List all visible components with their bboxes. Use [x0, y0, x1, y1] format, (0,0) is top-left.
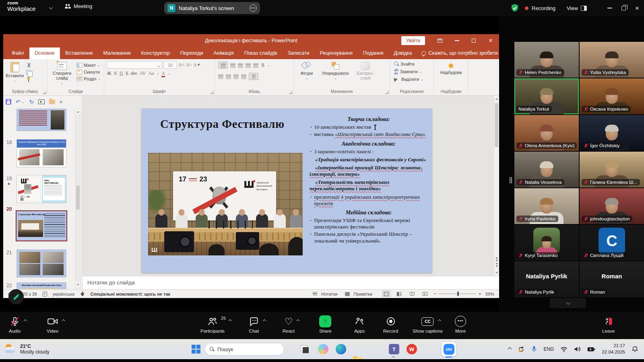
captions-button[interactable]: CC Show captions	[413, 315, 443, 337]
ppt-minimize-button[interactable]	[448, 34, 465, 47]
zoom-level[interactable]: 59%	[485, 292, 494, 296]
italic-button[interactable]: К	[114, 70, 117, 76]
zoom-app-icon-active[interactable]: zm	[441, 341, 456, 357]
participant-tile-nataliya-pyrlik[interactable]: Nataliya PyrlikNataliya Pyrlik	[514, 261, 579, 297]
ppt-tab-анімація[interactable]: Анімація	[208, 47, 239, 59]
strikethrough-button[interactable]: abc	[130, 70, 137, 76]
customize-qat-icon[interactable]: ≡	[60, 99, 62, 104]
shapes-button[interactable]: Фігури⌄	[298, 61, 316, 88]
find-button[interactable]: Знайти	[394, 62, 433, 66]
previous-slide-button[interactable]	[494, 256, 499, 262]
save-icon[interactable]	[6, 99, 11, 105]
wifi-icon[interactable]	[560, 346, 568, 352]
language-indicator[interactable]: українська	[53, 292, 74, 296]
video-button[interactable]: Video	[47, 315, 58, 337]
weather-widget[interactable]: 21°CMostly cloudy	[5, 343, 50, 355]
slide-21-thumbnail[interactable]	[17, 249, 66, 278]
participant-tile-helen-pedchenko[interactable]: Helen Pedchenko	[514, 42, 579, 78]
columns-button[interactable]	[249, 73, 258, 80]
language-switcher[interactable]: ENG	[543, 346, 554, 352]
underline-button[interactable]: П	[120, 70, 123, 76]
change-case-button[interactable]: Aa	[149, 70, 154, 76]
shrink-font-button[interactable]: A˅	[186, 62, 192, 68]
participant-tile-roman[interactable]: RomanRoman	[580, 261, 644, 297]
chat-button[interactable]: Chat	[249, 315, 259, 337]
minimize-button[interactable]	[603, 0, 617, 16]
slide-18-thumbnail[interactable]: Ukrainian Shakespeare Festival (Ivano-Fr…	[17, 139, 66, 167]
participant-tile-yuliia-vyshnytska[interactable]: Yuliia Vyshnytska	[580, 42, 644, 78]
notes-toggle[interactable]: Нотатки	[321, 292, 338, 296]
start-slideshow-icon[interactable]	[38, 99, 45, 104]
ppt-tab-малювання[interactable]: Малювання	[98, 47, 136, 59]
slide-17-thumbnail[interactable]	[17, 109, 66, 131]
text-direction-icon[interactable]: ⇅	[261, 62, 265, 68]
arrange-button[interactable]: Упорядкувати⌄	[320, 61, 351, 88]
ppt-tab-основне[interactable]: Основне	[29, 47, 60, 59]
slide-20-thumbnail-selected[interactable]: Структура Фестивалю	[16, 210, 67, 241]
ppt-titlebar[interactable]: Деколонізація і фестиваль - PowerPoint У…	[3, 34, 499, 47]
participant-tile-галина-євгенівна-ш[interactable]: Галина Євгенівна Ш...	[580, 152, 644, 187]
volume-icon[interactable]	[574, 346, 581, 352]
zoom-slider[interactable]: −+	[433, 291, 481, 296]
numbering-icon[interactable]	[230, 63, 235, 68]
reset-button[interactable]: Скинути	[76, 70, 101, 74]
edge-icon[interactable]	[336, 344, 346, 354]
participant-tile-johndouglasclayton[interactable]: johndouglasclayton	[580, 188, 644, 224]
thumbnails-scrollbar[interactable]	[75, 109, 80, 288]
ppt-tab-файл[interactable]: Файл	[6, 47, 29, 59]
security-shield-icon[interactable]	[510, 4, 519, 12]
section-button[interactable]: Розділ⌄	[76, 76, 101, 81]
taskbar-search[interactable]: Пошук	[204, 343, 284, 356]
teams-icon[interactable]: T	[389, 344, 399, 354]
slide-22-thumbnail[interactable]: Виставка ілюстрацій Владислава Єрка	[17, 282, 66, 289]
undo-icon[interactable]: ↶	[16, 99, 21, 105]
participant-tile-iryna-pavlenko[interactable]: Iryna Pavlenko	[514, 188, 579, 224]
ppt-tab-записати[interactable]: Записати	[283, 47, 315, 59]
cut-icon[interactable]	[26, 63, 31, 68]
replace-button[interactable]: abacЗамінити⌄	[394, 68, 433, 75]
font-name-combo[interactable]	[107, 61, 162, 69]
ppt-restore-button[interactable]	[465, 34, 482, 47]
notes-pane[interactable]: Нотатки до слайда	[83, 276, 499, 289]
tab-meeting[interactable]: Meeting	[64, 3, 92, 9]
participant-tile-olena-annenkova-kyiv[interactable]: Olena Annenkova (Kyiv)	[514, 115, 579, 151]
new-slide-button[interactable]: Створити слайд⌄	[50, 61, 74, 88]
ppt-tab-довідка[interactable]: Довідка	[389, 47, 417, 59]
close-button[interactable]: ×	[630, 0, 644, 16]
clear-formatting-button[interactable]: A✦	[193, 62, 201, 68]
scroll-up-icon[interactable]	[76, 109, 80, 115]
indent-increase-icon[interactable]	[246, 63, 251, 68]
start-button[interactable]	[192, 345, 200, 354]
battery-icon[interactable]	[587, 347, 595, 352]
record-button[interactable]: Record	[383, 315, 398, 337]
ppt-tab-подання[interactable]: Подання	[358, 47, 388, 59]
dialog-launcher-icon[interactable]	[43, 91, 46, 94]
comments-toggle[interactable]: Примітки	[354, 292, 372, 296]
slide-title[interactable]: Структура Фестивалю	[160, 117, 285, 131]
line-spacing-icon[interactable]	[253, 63, 258, 68]
notification-bell-icon[interactable]: z	[632, 346, 638, 353]
share-button[interactable]: ↑ Share	[319, 315, 332, 337]
ppt-close-button[interactable]: ×	[482, 34, 499, 47]
grow-font-button[interactable]: A˄	[178, 62, 184, 68]
scroll-down-icon[interactable]	[76, 282, 80, 288]
workspace-chevron-icon[interactable]	[49, 6, 53, 10]
next-slide-button[interactable]	[494, 262, 499, 268]
slide-photo[interactable]: 17ЧЕРВНЯ23 Український Шекспірівський Фе…	[148, 153, 303, 255]
current-slide[interactable]: Структура Фестивалю Творча складова:•10 …	[142, 109, 432, 273]
tab-options-icon[interactable]: •••	[250, 4, 257, 12]
audio-button[interactable]: Audio	[9, 315, 21, 337]
font-size-combo[interactable]: 32	[163, 61, 177, 69]
indent-decrease-icon[interactable]	[238, 63, 243, 68]
paste-button[interactable]: Вставити⌄	[5, 61, 24, 88]
editor-scrollbar[interactable]	[493, 96, 499, 276]
participant-tile-gor-rzhitskiy[interactable]: Ígor Órzhitskiy	[580, 115, 644, 151]
participant-tile-kyryl-tarasenko[interactable]: Kyryl Tarasenko	[514, 225, 579, 261]
dialog-launcher-icon[interactable]	[289, 91, 292, 94]
tray-expand-icon[interactable]	[508, 347, 512, 351]
apps-button[interactable]: Apps	[354, 315, 365, 337]
shadow-button[interactable]: S	[126, 70, 128, 76]
ribbon-display-button[interactable]	[431, 34, 448, 47]
dialog-launcher-icon[interactable]	[211, 91, 213, 94]
dialog-launcher-icon[interactable]	[386, 91, 388, 94]
